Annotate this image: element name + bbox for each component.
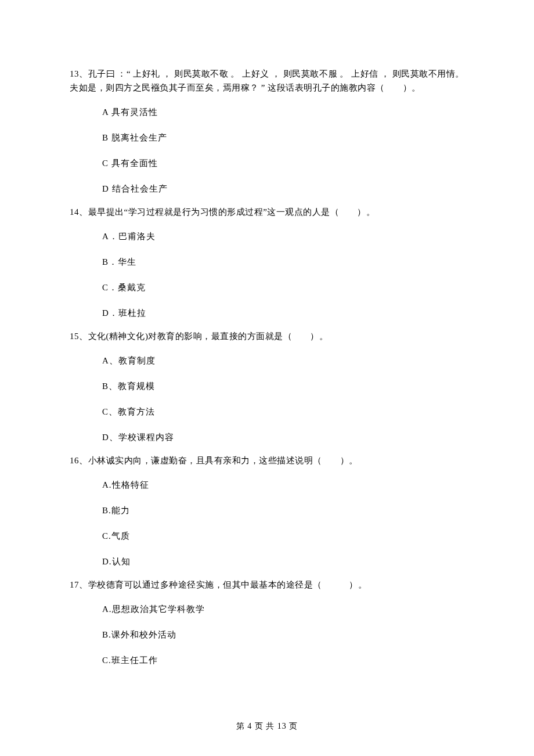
option-c: C 具有全面性 (102, 156, 464, 170)
question-text: 16、小林诚实内向，谦虚勤奋，且具有亲和力，这些描述说明（ ）。 (70, 453, 464, 467)
question-text: 13、孔子曰 ：“ 上好礼 ， 则民莫敢不敬 。 上好义 ， 则民莫敢不服 。 … (70, 67, 464, 95)
option-b: B.能力 (102, 503, 464, 517)
question-13: 13、孔子曰 ：“ 上好礼 ， 则民莫敢不敬 。 上好义 ， 则民莫敢不服 。 … (70, 67, 464, 196)
option-a: A.性格特征 (102, 478, 464, 492)
option-a: A．巴甫洛夫 (102, 229, 464, 243)
options-list: A.思想政治其它学科教学 B.课外和校外活动 C.班主任工作 (70, 602, 464, 667)
question-text: 17、学校德育可以通过多种途径实施，但其中最基本的途径是（ ）。 (70, 578, 464, 592)
options-list: A．巴甫洛夫 B．华生 C．桑戴克 D．班杜拉 (70, 229, 464, 320)
option-d: D．班杜拉 (102, 306, 464, 320)
options-list: A 具有灵活性 B 脱离社会生产 C 具有全面性 D 结合社会生产 (70, 105, 464, 196)
option-c: C.班主任工作 (102, 653, 464, 667)
option-a: A、教育制度 (102, 354, 464, 368)
question-17: 17、学校德育可以通过多种途径实施，但其中最基本的途径是（ ）。 A.思想政治其… (70, 578, 464, 667)
option-b: B 脱离社会生产 (102, 131, 464, 145)
option-d: D.认知 (102, 555, 464, 568)
option-b: B、教育规模 (102, 379, 464, 393)
question-15: 15、文化(精神文化)对教育的影响，最直接的方面就是（ ）。 A、教育制度 B、… (70, 329, 464, 444)
document-page: 13、孔子曰 ：“ 上好礼 ， 则民莫敢不敬 。 上好义 ， 则民莫敢不服 。 … (0, 0, 534, 756)
page-footer: 第 4 页 共 13 页 (0, 720, 534, 733)
option-d: D 结合社会生产 (102, 182, 464, 196)
option-a: A 具有灵活性 (102, 105, 464, 119)
option-b: B.课外和校外活动 (102, 628, 464, 642)
question-16: 16、小林诚实内向，谦虚勤奋，且具有亲和力，这些描述说明（ ）。 A.性格特征 … (70, 453, 464, 568)
question-14: 14、最早提出“学习过程就是行为习惯的形成过程”这一观点的人是（ ）。 A．巴甫… (70, 205, 464, 320)
options-list: A.性格特征 B.能力 C.气质 D.认知 (70, 478, 464, 568)
option-b: B．华生 (102, 255, 464, 269)
option-c: C、教育方法 (102, 405, 464, 419)
options-list: A、教育制度 B、教育规模 C、教育方法 D、学校课程内容 (70, 354, 464, 444)
option-a: A.思想政治其它学科教学 (102, 602, 464, 616)
option-c: C．桑戴克 (102, 280, 464, 294)
question-text: 15、文化(精神文化)对教育的影响，最直接的方面就是（ ）。 (70, 329, 464, 343)
question-text: 14、最早提出“学习过程就是行为习惯的形成过程”这一观点的人是（ ）。 (70, 205, 464, 219)
option-d: D、学校课程内容 (102, 430, 464, 444)
option-c: C.气质 (102, 529, 464, 543)
